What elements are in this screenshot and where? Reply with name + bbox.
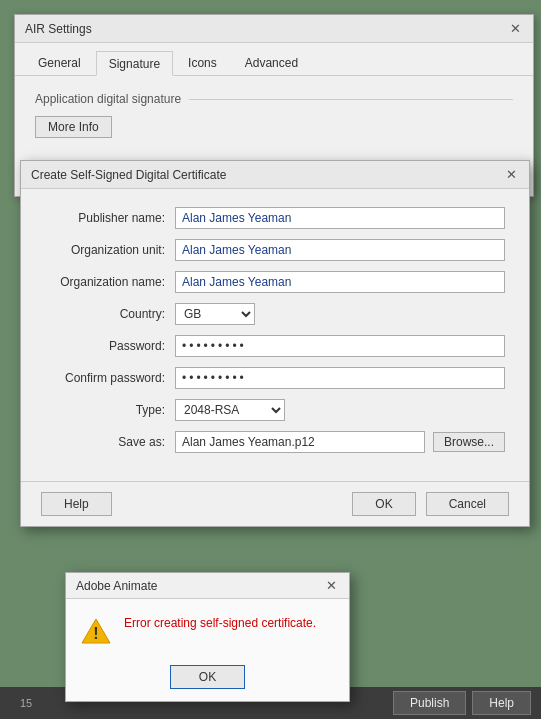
cert-ok-button[interactable]: OK (352, 492, 415, 516)
country-label: Country: (45, 307, 175, 321)
type-row: Type: 2048-RSA 1024-RSA (45, 399, 505, 421)
cert-footer: Help OK Cancel (21, 481, 529, 526)
svg-text:!: ! (93, 625, 98, 642)
country-select[interactable]: GB US DE FR (175, 303, 255, 325)
org-unit-row: Organization unit: (45, 239, 505, 261)
type-label: Type: (45, 403, 175, 417)
animate-error-dialog: Adobe Animate ✕ ! Error creating self-si… (65, 572, 350, 702)
password-input[interactable] (175, 335, 505, 357)
animate-close-button[interactable]: ✕ (324, 578, 339, 593)
password-label: Password: (45, 339, 175, 353)
org-name-row: Organization name: (45, 271, 505, 293)
tab-advanced[interactable]: Advanced (232, 51, 311, 75)
animate-titlebar: Adobe Animate ✕ (66, 573, 349, 599)
save-as-input-group: Browse... (175, 431, 505, 453)
cert-dialog-title: Create Self-Signed Digital Certificate (31, 168, 226, 182)
cert-footer-right: OK Cancel (352, 492, 509, 516)
publisher-name-label: Publisher name: (45, 211, 175, 225)
org-unit-input[interactable] (175, 239, 505, 261)
browse-button[interactable]: Browse... (433, 432, 505, 452)
publish-button[interactable]: Publish (393, 691, 466, 715)
cert-titlebar: Create Self-Signed Digital Certificate ✕ (21, 161, 529, 189)
org-unit-label: Organization unit: (45, 243, 175, 257)
type-select[interactable]: 2048-RSA 1024-RSA (175, 399, 285, 421)
cert-close-button[interactable]: ✕ (504, 167, 519, 182)
air-settings-title: AIR Settings (25, 22, 92, 36)
tab-signature[interactable]: Signature (96, 51, 173, 76)
page-number: 15 (20, 697, 32, 709)
org-name-label: Organization name: (45, 275, 175, 289)
help-button[interactable]: Help (472, 691, 531, 715)
save-as-row: Save as: Browse... (45, 431, 505, 453)
confirm-password-row: Confirm password: (45, 367, 505, 389)
publisher-name-input[interactable] (175, 207, 505, 229)
animate-ok-button[interactable]: OK (170, 665, 245, 689)
confirm-password-label: Confirm password: (45, 371, 175, 385)
warning-icon: ! (80, 617, 112, 649)
air-settings-titlebar: AIR Settings ✕ (15, 15, 533, 43)
save-as-input[interactable] (175, 431, 425, 453)
animate-footer: OK (66, 659, 349, 701)
cert-body: Publisher name: Organization unit: Organ… (21, 189, 529, 481)
animate-dialog-title: Adobe Animate (76, 579, 157, 593)
tabs-bar: General Signature Icons Advanced (15, 43, 533, 76)
save-as-label: Save as: (45, 435, 175, 449)
animate-body: ! Error creating self-signed certificate… (66, 599, 349, 659)
publisher-name-row: Publisher name: (45, 207, 505, 229)
tab-icons[interactable]: Icons (175, 51, 230, 75)
section-label: Application digital signature (35, 92, 513, 106)
password-row: Password: (45, 335, 505, 357)
air-settings-close-button[interactable]: ✕ (508, 21, 523, 36)
cert-cancel-button[interactable]: Cancel (426, 492, 509, 516)
tab-general[interactable]: General (25, 51, 94, 75)
confirm-password-input[interactable] (175, 367, 505, 389)
error-message: Error creating self-signed certificate. (124, 615, 316, 632)
cert-dialog: Create Self-Signed Digital Certificate ✕… (20, 160, 530, 527)
cert-help-button[interactable]: Help (41, 492, 112, 516)
org-name-input[interactable] (175, 271, 505, 293)
more-info-button[interactable]: More Info (35, 116, 112, 138)
country-row: Country: GB US DE FR (45, 303, 505, 325)
